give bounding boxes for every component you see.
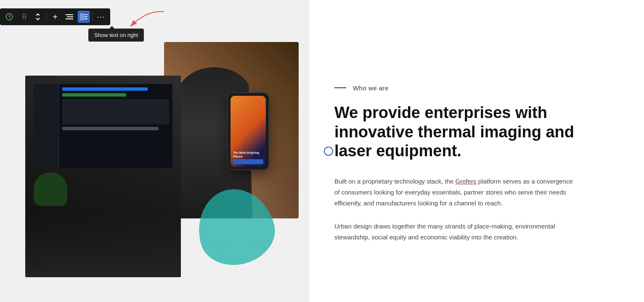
chevron-updown-icon[interactable] [32,11,44,23]
editor-toolbar: ⠿ + ··· [0,8,110,25]
main-heading: We provide enterprises with innovative t… [334,103,610,161]
phone-screen-text: The Most Inspiring Places [233,151,263,158]
layout-align-icon[interactable] [64,11,75,23]
body-paragraph-1: Built on a proprietary technology stack,… [334,176,578,209]
section-label-text: Who we are [353,84,389,92]
phone-mockup: The Most Inspiring Places [227,92,269,170]
photo-foreground [25,76,181,277]
photo-front-overlay [25,76,181,277]
arrow-annotation [97,8,181,34]
images-wrapper: The Most Inspiring Places [25,42,294,277]
body1-prefix: Built on a proprietary technology stack,… [334,178,456,185]
add-icon[interactable]: + [49,11,61,23]
grofers-link[interactable]: Grofers [456,178,477,185]
drag-handle-icon[interactable]: ⠿ [18,11,29,23]
phone-cta-button [233,159,263,164]
clock-icon[interactable] [3,11,15,23]
section-label: Who we are [334,84,610,92]
body-paragraph-2: Urban design draws together the many str… [334,221,578,243]
text-right-icon[interactable] [78,11,90,23]
right-text-panel: Who we are We provide enterprises with i… [309,0,644,302]
divider-2 [92,13,93,21]
section-dash [334,87,346,88]
section-indicator [324,147,333,156]
left-image-panel: The Most Inspiring Places [0,0,309,302]
page-content: The Most Inspiring Places Who we are We … [0,0,644,302]
divider-1 [46,13,47,21]
svg-rect-4 [80,13,83,20]
phone-screen: The Most Inspiring Places [231,96,266,167]
